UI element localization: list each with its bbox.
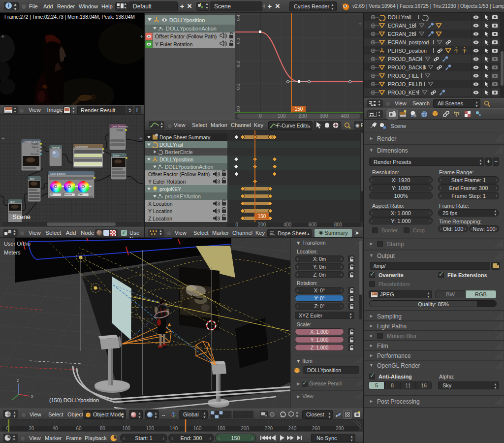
svg-text:100: 100 <box>122 426 130 431</box>
svg-text:Blur: Blur <box>30 177 34 180</box>
svg-text:Gamma: Gamma <box>63 193 72 196</box>
svg-text:PROJO_BACKB: PROJO_BACKB <box>388 64 426 70</box>
svg-text:Meters: Meters <box>4 250 21 255</box>
svg-text:BezierCircle: BezierCircle <box>165 149 193 155</box>
svg-text:120: 120 <box>146 426 154 431</box>
svg-text:DOLLYposition: DOLLYposition <box>169 17 205 23</box>
svg-text:0.1: 0.1 <box>236 84 241 90</box>
svg-text:0.2: 0.2 <box>236 61 241 67</box>
svg-text:Scene: Scene <box>12 213 31 221</box>
svg-text:X Location: X Location <box>148 201 173 207</box>
svg-text:0: 0 <box>235 222 238 227</box>
svg-text:100: 100 <box>278 113 286 119</box>
svg-text:Y Location: Y Location <box>148 208 173 214</box>
svg-text:Y Euler Rotation: Y Euler Rotation <box>148 179 186 185</box>
svg-text:DOLLYrail: DOLLYrail <box>388 14 411 20</box>
svg-text:Y Euler Rotation: Y Euler Rotation <box>155 41 192 47</box>
svg-text:Offset Factor (Follow Path): Offset Factor (Follow Path) <box>148 171 210 177</box>
svg-text:Blur: Blur <box>10 200 15 203</box>
svg-text:Z: Z <box>37 149 38 152</box>
svg-text:PROJO_FILL: PROJO_FILL <box>388 73 419 79</box>
svg-text:Z Location: Z Location <box>148 216 172 222</box>
svg-text:220: 220 <box>264 426 273 431</box>
svg-text:ColorRamp: ColorRamp <box>75 145 88 148</box>
svg-text:projoKEY: projoKEY <box>159 186 181 192</box>
svg-text:0: 0 <box>259 113 262 119</box>
svg-text:Image: Image <box>117 128 124 131</box>
svg-text:280: 280 <box>336 426 344 431</box>
svg-text:User Ortho: User Ortho <box>4 241 31 247</box>
svg-text:0.4: 0.4 <box>236 15 241 21</box>
svg-text:60: 60 <box>76 426 82 431</box>
svg-text:140: 140 <box>170 426 178 431</box>
svg-text:DOLLYpositionAction: DOLLYpositionAction <box>166 26 217 32</box>
svg-text:Image: Image <box>32 142 38 145</box>
svg-text:400: 400 <box>341 113 349 119</box>
svg-text:600: 600 <box>309 222 317 227</box>
svg-text:200: 200 <box>241 426 249 431</box>
svg-text:Lift: Lift <box>50 193 53 196</box>
svg-text:PROJO_FILLB: PROJO_FILLB <box>388 81 422 87</box>
svg-text:200: 200 <box>258 222 266 227</box>
svg-text:Lens Distortion: Lens Distortion <box>112 125 128 128</box>
svg-text:260: 260 <box>312 426 320 431</box>
svg-text:+: + <box>1 135 4 141</box>
svg-text:400: 400 <box>284 222 292 227</box>
svg-text:80: 80 <box>100 426 106 431</box>
svg-text:0.3: 0.3 <box>236 38 241 44</box>
svg-text:PROJO_BACK: PROJO_BACK <box>388 56 423 62</box>
svg-text:Normal: Normal <box>31 153 38 156</box>
svg-text:180: 180 <box>217 426 225 431</box>
svg-text:240: 240 <box>288 426 297 431</box>
svg-text:Dilate: Dilate <box>113 154 120 157</box>
svg-text:Color Balance: Color Balance <box>50 172 66 175</box>
svg-text:DOLLYrail: DOLLYrail <box>159 142 183 148</box>
svg-text:projoKEYAction: projoKEYAction <box>165 193 201 199</box>
svg-text:PERSO_position: PERSO_position <box>388 48 427 54</box>
svg-text:DOLLYpositionAction: DOLLYpositionAction <box>165 164 213 170</box>
svg-text:+: + <box>139 135 142 141</box>
svg-text:Normal: Normal <box>52 146 60 149</box>
svg-text:300: 300 <box>320 113 328 119</box>
svg-text:Dope Sheet Summary: Dope Sheet Summary <box>159 134 211 140</box>
svg-text:20: 20 <box>29 426 34 431</box>
svg-text:ECRAN_postprod: ECRAN_postprod <box>388 39 429 45</box>
svg-text:150: 150 <box>295 106 303 112</box>
svg-text:40: 40 <box>52 426 58 431</box>
svg-text:800: 800 <box>334 222 343 227</box>
svg-text:ECRAN_1B: ECRAN_1B <box>388 23 415 29</box>
svg-text:160: 160 <box>193 426 202 431</box>
svg-text:x: x <box>31 394 33 399</box>
svg-text:Gain: Gain <box>78 193 83 196</box>
svg-text:Alpha: Alpha <box>32 146 38 149</box>
svg-text:+: + <box>358 21 362 28</box>
svg-text:ECRAN_2B: ECRAN_2B <box>388 31 415 37</box>
svg-text:Offset Factor (Follow Path): Offset Factor (Follow Path) <box>155 33 217 39</box>
svg-text:PROJO_KEY: PROJO_KEY <box>388 90 419 95</box>
svg-text:200: 200 <box>299 113 307 119</box>
svg-text:z: z <box>17 378 19 383</box>
svg-text:(150) DOLLYposition: (150) DOLLYposition <box>49 397 99 403</box>
svg-text:0.0: 0.0 <box>236 106 241 113</box>
svg-text:150: 150 <box>258 214 266 219</box>
svg-text:DOLLYposition: DOLLYposition <box>159 157 193 162</box>
